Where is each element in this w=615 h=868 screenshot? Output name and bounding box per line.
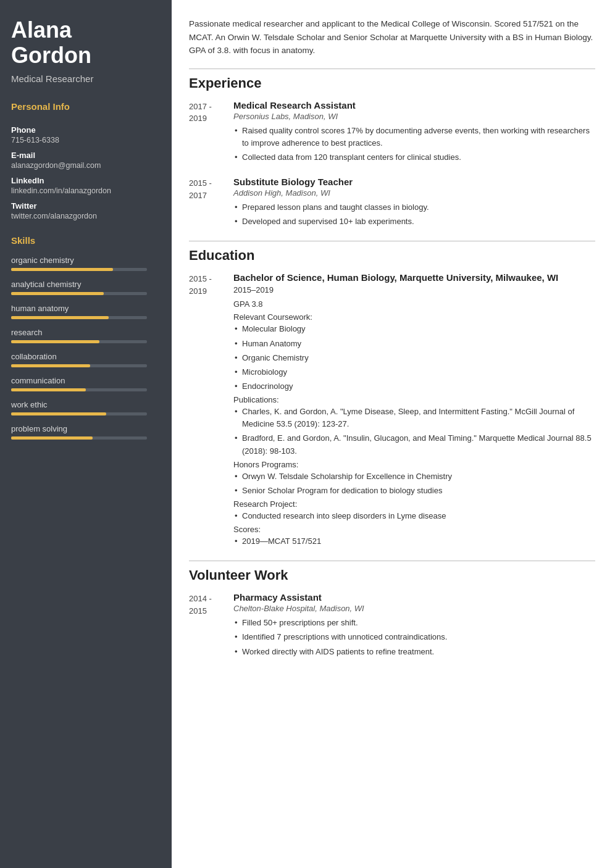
bullet-item: Identified 7 prescriptions with unnotice… [233,631,595,643]
entry-subtitle: Personius Labs, Madison, WI [233,112,595,121]
bullet-item: 2019—MCAT 517/521 [233,535,595,548]
skill-item: human anatomy [11,304,161,319]
bullet-item: Raised quality control scores 17% by doc… [233,125,595,149]
entry-dates: 2015 -2017 [189,177,233,230]
coursework-list: Molecular BiologyHuman AnatomyOrganic Ch… [233,323,595,393]
experience-entry: 2015 -2017 Substitute Biology Teacher Ad… [189,177,595,230]
education-heading: Education [189,248,595,264]
entry-content: Medical Research Assistant Personius Lab… [233,100,595,165]
publications-label: Publications: [233,395,595,404]
entry-title: Medical Research Assistant [233,100,595,111]
skill-item: research [11,328,161,343]
bullet-item: Prepared lesson plans and taught classes… [233,201,595,214]
personal-info-block: Phone 715-613-6338 E-mail alanazgordon@g… [11,119,161,220]
skill-bar-fill [11,340,99,343]
entry-subtitle: Addison High, Madison, WI [233,188,595,198]
entry-subtitle: Chelton-Blake Hospital, Madison, WI [233,604,595,613]
linkedin-label: LinkedIn [11,176,161,185]
skill-bar-background [11,340,147,343]
experience-heading: Experience [189,75,595,91]
skill-name: organic chemistry [11,256,161,265]
experience-entry: 2017 -2019 Medical Research Assistant Pe… [189,100,595,165]
twitter-value: twitter.com/alanazgordon [11,212,161,220]
skill-item: collaboration [11,352,161,367]
bullet-item: Human Anatomy [233,338,595,350]
skill-bar-background [11,268,147,271]
skill-bar-fill [11,436,93,440]
phone-label: Phone [11,125,161,135]
bullet-item: Conducted research into sleep disorders … [233,510,595,522]
entry-dates: 2015 -2019 [189,272,233,549]
bullet-item: Endocrinology [233,380,595,393]
candidate-title: Medical Researcher [11,73,161,84]
honors-label: Honors Programs: [233,460,595,469]
entry-content: Bachelor of Science, Human Biology, Marq… [233,272,595,549]
entry-content: Pharmacy Assistant Chelton-Blake Hospita… [233,592,595,659]
sidebar: Alana Gordon Medical Researcher Personal… [0,0,172,868]
edu-years: 2015–2019 [233,284,595,296]
summary-text: Passionate medical researcher and applic… [189,17,595,57]
linkedin-value: linkedin.com/in/alanazgordon [11,186,161,195]
skill-name: human anatomy [11,304,161,313]
skill-item: work ethic [11,400,161,415]
entry-title: Substitute Biology Teacher [233,177,595,187]
skill-name: analytical chemistry [11,280,161,289]
bullet-item: Bradford, E. and Gordon, A. "Insulin, Gl… [233,432,595,457]
volunteer-heading: Volunteer Work [189,567,595,583]
skill-bar-background [11,316,147,319]
email-value: alanazgordon@gmail.com [11,161,161,170]
entry-bullets: Filled 50+ prescriptions per shift.Ident… [233,617,595,657]
skill-bar-fill [11,268,113,271]
bullet-item: Senior Scholar Program for dedication to… [233,485,595,497]
volunteer-entry: 2014 -2015 Pharmacy Assistant Chelton-Bl… [189,592,595,659]
skill-bar-background [11,388,147,391]
honors-list: Orwyn W. Telsdale Scholarship for Excell… [233,470,595,497]
skill-bar-fill [11,316,109,319]
research-list: Conducted research into sleep disorders … [233,510,595,522]
main-content: Passionate medical researcher and applic… [172,0,615,868]
bullet-item: Collected data from 120 transplant cente… [233,151,595,164]
skills-block: organic chemistry analytical chemistry h… [11,256,161,448]
coursework-label: Relevant Coursework: [233,312,595,322]
skill-bar-fill [11,364,90,367]
skill-bar-fill [11,292,104,295]
skill-bar-background [11,412,147,415]
skill-item: analytical chemistry [11,280,161,295]
entry-title: Bachelor of Science, Human Biology, Marq… [233,272,595,283]
skill-bar-fill [11,412,106,415]
personal-info-heading: Personal Info [11,101,161,112]
skill-bar-fill [11,388,86,391]
skill-name: communication [11,376,161,385]
entry-title: Pharmacy Assistant [233,592,595,603]
candidate-name: Alana Gordon [11,17,161,69]
volunteer-list: 2014 -2015 Pharmacy Assistant Chelton-Bl… [189,592,595,659]
research-label: Research Project: [233,499,595,509]
entry-bullets: Prepared lesson plans and taught classes… [233,201,595,228]
skill-name: research [11,328,161,337]
bullet-item: Filled 50+ prescriptions per shift. [233,617,595,629]
scores-label: Scores: [233,525,595,534]
skill-name: problem solving [11,424,161,433]
entry-dates: 2014 -2015 [189,592,233,659]
bullet-item: Microbiology [233,366,595,378]
skill-item: communication [11,376,161,391]
twitter-label: Twitter [11,201,161,211]
skill-item: organic chemistry [11,256,161,271]
bullet-item: Charles, K. and Gordon, A. "Lyme Disease… [233,406,595,430]
skill-name: work ethic [11,400,161,409]
publications-list: Charles, K. and Gordon, A. "Lyme Disease… [233,406,595,457]
education-list: 2015 -2019 Bachelor of Science, Human Bi… [189,272,595,549]
skills-heading: Skills [11,235,161,246]
bullet-item: Worked directly with AIDS patients to re… [233,646,595,658]
edu-gpa: GPA 3.8 [233,298,595,311]
skill-bar-background [11,436,147,440]
entry-dates: 2017 -2019 [189,100,233,165]
skill-bar-background [11,364,147,367]
entry-bullets: Raised quality control scores 17% by doc… [233,125,595,164]
entry-content: Substitute Biology Teacher Addison High,… [233,177,595,230]
email-label: E-mail [11,151,161,160]
bullet-item: Molecular Biology [233,323,595,335]
education-entry: 2015 -2019 Bachelor of Science, Human Bi… [189,272,595,549]
phone-value: 715-613-6338 [11,136,161,144]
scores-list: 2019—MCAT 517/521 [233,535,595,548]
